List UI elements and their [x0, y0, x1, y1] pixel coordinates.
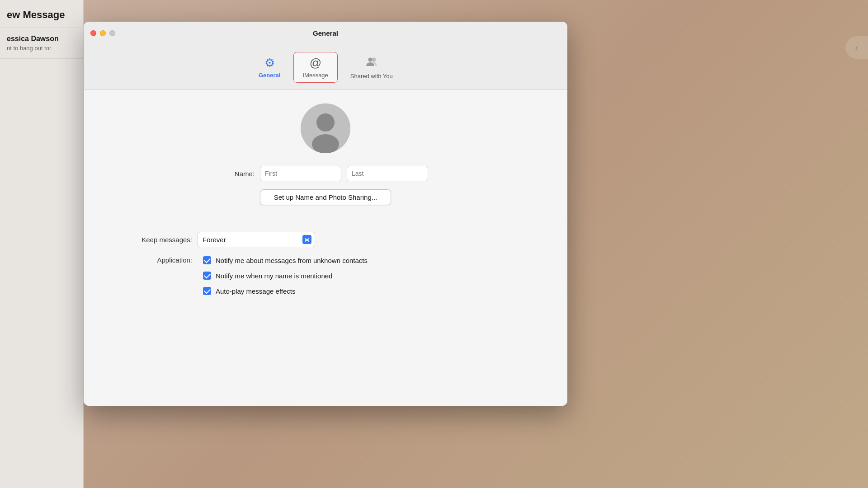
toolbar: ⚙ General @ iMessage Shared with You	[84, 45, 567, 90]
svg-point-4	[312, 134, 339, 153]
sidebar: ew Message essica Dawson nt to hang out …	[0, 0, 84, 488]
name-label: Name:	[223, 170, 255, 178]
avatar-section	[102, 103, 549, 153]
checkbox-row-unknown-contacts: Notify me about messages from unknown co…	[203, 256, 368, 264]
svg-point-0	[368, 58, 372, 62]
keep-messages-label: Keep messages:	[102, 236, 192, 244]
tab-shared-with-you[interactable]: Shared with You	[341, 52, 402, 83]
window-title: General	[313, 29, 338, 37]
title-bar: General	[84, 22, 567, 45]
checkbox-auto-play[interactable]	[203, 287, 211, 295]
checkbox-name-mentioned[interactable]	[203, 272, 211, 280]
sidebar-new-message-label: ew Message	[0, 0, 83, 28]
checkbox-name-mentioned-label: Notify me when my name is mentioned	[216, 272, 332, 280]
keep-messages-row: Keep messages: Forever 1 Year 30 Days	[102, 232, 549, 247]
settings-window: General ⚙ General @ iMessage Shared with…	[84, 22, 567, 406]
content-area: Name: Set up Name and Photo Sharing... K…	[84, 90, 567, 406]
name-row: Name:	[102, 166, 549, 181]
tab-imessage-label: iMessage	[303, 72, 328, 79]
sidebar-contact-item[interactable]: essica Dawson nt to hang out tor	[0, 28, 83, 59]
checkbox-row-name-mentioned: Notify me when my name is mentioned	[203, 272, 368, 280]
first-name-input[interactable]	[260, 166, 341, 181]
checkbox-unknown-contacts[interactable]	[203, 256, 211, 264]
setup-name-photo-button[interactable]: Set up Name and Photo Sharing...	[260, 189, 391, 205]
section-divider	[84, 219, 567, 219]
shared-icon	[365, 55, 378, 71]
application-label: Application:	[102, 256, 192, 264]
gear-icon: ⚙	[264, 56, 275, 70]
checkbox-unknown-contacts-label: Notify me about messages from unknown co…	[216, 257, 368, 264]
at-icon: @	[310, 56, 321, 70]
maximize-button[interactable]	[109, 30, 115, 36]
svg-point-3	[316, 113, 335, 131]
keep-messages-select[interactable]: Forever 1 Year 30 Days	[198, 232, 315, 247]
keep-messages-select-wrapper: Forever 1 Year 30 Days	[198, 232, 315, 247]
setup-button-row: Set up Name and Photo Sharing...	[102, 189, 549, 205]
last-name-input[interactable]	[347, 166, 428, 181]
avatar[interactable]	[301, 103, 350, 153]
tab-general-label: General	[259, 72, 280, 79]
application-row: Application: Notify me about messages fr…	[102, 256, 549, 302]
sidebar-contact-name: essica Dawson	[7, 35, 76, 43]
chevron-left-icon: ‹	[855, 42, 859, 53]
tab-general[interactable]: ⚙ General	[249, 52, 290, 82]
checkbox-auto-play-label: Auto-play message effects	[216, 287, 295, 295]
traffic-lights	[90, 30, 115, 36]
right-partial-button[interactable]: ‹	[845, 36, 868, 59]
tab-imessage[interactable]: @ iMessage	[293, 52, 338, 83]
minimize-button[interactable]	[100, 30, 106, 36]
tab-shared-label: Shared with You	[350, 73, 393, 80]
checkbox-row-auto-play: Auto-play message effects	[203, 287, 368, 295]
close-button[interactable]	[90, 30, 96, 36]
svg-point-1	[372, 58, 376, 62]
sidebar-contact-preview: nt to hang out tor	[7, 45, 76, 52]
